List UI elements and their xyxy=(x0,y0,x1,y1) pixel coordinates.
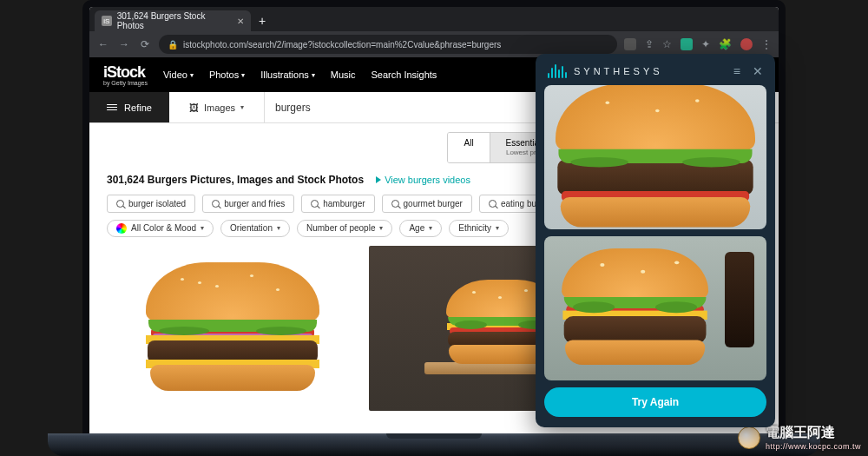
chevron-down-icon: ▾ xyxy=(429,224,432,232)
chevron-down-icon: ▾ xyxy=(496,224,499,232)
drink-glass xyxy=(725,252,754,347)
generated-image-2[interactable] xyxy=(544,236,766,380)
media-type-select[interactable]: 🖼 Images ▾ xyxy=(169,92,265,122)
filter-age[interactable]: Age▾ xyxy=(399,220,442,237)
filter-ethnicity[interactable]: Ethnicity▾ xyxy=(449,220,509,237)
laptop-frame: iS 301,624 Burgers Stock Photos ✕ + ← → … xyxy=(82,0,786,456)
search-icon xyxy=(489,200,496,208)
try-again-button[interactable]: Try Again xyxy=(544,387,766,417)
new-tab-button[interactable]: + xyxy=(253,10,272,31)
watermark: 電腦王阿達 http://www.kocpc.com.tw xyxy=(738,424,861,451)
chip-gourmet-burger[interactable]: gourmet burger xyxy=(382,195,472,213)
lock-icon: 🔒 xyxy=(168,40,178,50)
view-videos-link[interactable]: View burgers videos xyxy=(376,175,470,185)
back-button[interactable]: ← xyxy=(96,38,110,50)
chevron-down-icon: ▾ xyxy=(240,103,244,111)
extension-icon[interactable] xyxy=(681,38,693,50)
puzzle-icon[interactable]: 🧩 xyxy=(719,38,732,50)
search-icon xyxy=(391,200,399,208)
search-icon xyxy=(311,200,319,208)
favicon: iS xyxy=(102,16,112,26)
filter-number-people[interactable]: Number of people▾ xyxy=(297,220,393,237)
istock-logo[interactable]: iStock by Getty Images xyxy=(103,64,148,86)
kebab-menu-icon[interactable]: ⋮ xyxy=(761,38,772,50)
watermark-icon xyxy=(738,426,760,449)
result-tile[interactable] xyxy=(107,246,358,411)
browser-tab[interactable]: iS 301,624 Burgers Stock Photos ✕ xyxy=(95,10,251,31)
close-icon[interactable]: ✕ xyxy=(753,64,763,78)
chip-burger-and-fries[interactable]: burger and fries xyxy=(202,195,294,213)
laptop-base xyxy=(48,433,820,456)
browser-tab-strip: iS 301,624 Burgers Stock Photos ✕ + xyxy=(89,7,779,31)
chip-hamburger[interactable]: hamburger xyxy=(301,195,374,213)
address-bar[interactable]: 🔒 istockphoto.com/search/2/image?istockc… xyxy=(159,35,617,54)
browser-screen: iS 301,624 Burgers Stock Photos ✕ + ← → … xyxy=(89,7,779,456)
tab-all[interactable]: All xyxy=(448,133,490,162)
results-heading: 301,624 Burgers Pictures, Images and Sto… xyxy=(107,174,364,186)
burger-image xyxy=(146,266,319,391)
hamburger-icon[interactable]: ≡ xyxy=(733,64,740,78)
nav-search-insights[interactable]: Search Insights xyxy=(372,69,437,80)
chevron-down-icon: ▾ xyxy=(277,224,280,232)
star-icon[interactable]: ☆ xyxy=(662,38,672,50)
filter-orientation[interactable]: Orientation▾ xyxy=(220,220,290,237)
forward-button[interactable]: → xyxy=(117,38,131,50)
filter-icon xyxy=(107,103,117,112)
chevron-down-icon: ▾ xyxy=(201,224,204,232)
waveform-icon xyxy=(548,64,567,78)
synthesys-logo: SYNTHESYS xyxy=(548,64,663,78)
profile-icon[interactable] xyxy=(740,38,753,50)
reload-button[interactable]: ⟳ xyxy=(138,38,152,50)
extension-icon[interactable] xyxy=(624,38,636,50)
share-icon[interactable]: ⇪ xyxy=(645,38,654,50)
synthesys-extension-panel: SYNTHESYS ≡ ✕ xyxy=(536,54,775,427)
play-icon xyxy=(376,176,381,183)
nav-photos[interactable]: Photos▾ xyxy=(209,69,245,80)
search-icon xyxy=(116,200,124,208)
extensions-menu-icon[interactable]: ✦ xyxy=(701,38,710,50)
close-tab-icon[interactable]: ✕ xyxy=(237,17,244,26)
generated-image-1[interactable] xyxy=(544,85,766,229)
nav-illustrations[interactable]: Illustrations▾ xyxy=(260,69,315,80)
chevron-down-icon: ▾ xyxy=(379,224,383,232)
chip-burger-isolated[interactable]: burger isolated xyxy=(107,195,195,213)
extension-icons: ⇪ ☆ ✦ 🧩 ⋮ xyxy=(624,38,772,50)
nav-video[interactable]: Video▾ xyxy=(163,69,194,80)
color-wheel-icon xyxy=(116,223,127,234)
image-icon: 🖼 xyxy=(189,102,199,113)
url-text: istockphoto.com/search/2/image?istockcol… xyxy=(183,40,501,50)
tab-title: 301,624 Burgers Stock Photos xyxy=(117,11,232,30)
search-icon xyxy=(212,200,220,208)
refine-button[interactable]: Refine xyxy=(89,92,169,122)
filter-color-mood[interactable]: All Color & Mood▾ xyxy=(107,220,214,237)
nav-music[interactable]: Music xyxy=(331,69,356,80)
